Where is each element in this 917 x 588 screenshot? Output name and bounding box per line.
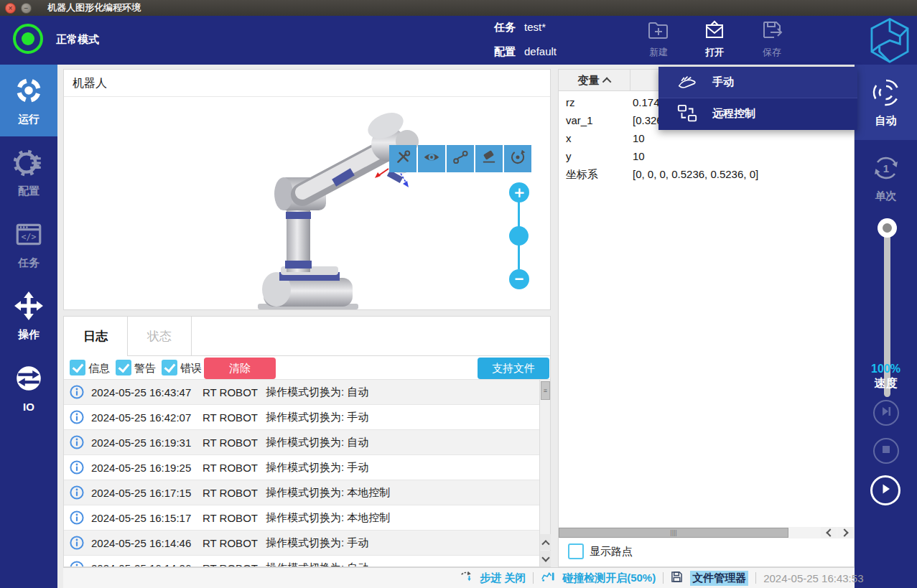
- variable-name: var_1: [566, 114, 593, 126]
- info-icon: [70, 485, 84, 500]
- log-row[interactable]: 2024-05-25 16:42:07 RT ROBOT 操作模式切换为: 手动: [64, 405, 539, 430]
- file-manager-icon: [671, 571, 683, 586]
- horizontal-scrollbar-thumb[interactable]: ||||: [559, 528, 788, 538]
- log-time: 2024-05-25 16:19:25: [91, 462, 203, 474]
- variables-header-cell[interactable]: 变量: [559, 70, 630, 91]
- log-row[interactable]: 2024-05-25 16:19:25 RT ROBOT 操作模式切换为: 手动: [64, 455, 539, 480]
- log-row[interactable]: 2024-05-25 16:14:46 RT ROBOT 操作模式切换为: 手动: [64, 531, 539, 556]
- error-checkbox[interactable]: [162, 360, 177, 375]
- path-button[interactable]: [447, 145, 474, 172]
- auto-mode-button[interactable]: 自动: [855, 65, 917, 140]
- eraser-icon: [479, 147, 499, 170]
- speed-slider-knob[interactable]: [878, 218, 897, 238]
- save-button[interactable]: 保存: [749, 19, 795, 63]
- log-source: RT ROBOT: [203, 537, 266, 549]
- variable-value: 10: [633, 150, 645, 162]
- hand-icon: [676, 72, 698, 93]
- scroll-right-button[interactable]: [837, 527, 853, 538]
- log-row[interactable]: 2024-05-25 16:14:26 RT ROBOT 操作模式切换为: 自动: [64, 556, 539, 566]
- close-window-icon[interactable]: ×: [5, 3, 16, 14]
- warning-checkbox-label: 警告: [134, 362, 156, 375]
- chevron-left-icon: [826, 528, 834, 536]
- log-message: 操作模式切换为: 本地控制: [266, 511, 539, 525]
- info-checkbox[interactable]: [70, 360, 85, 375]
- rotate-button[interactable]: [504, 145, 531, 172]
- play-icon: [878, 482, 893, 499]
- left-sidebar: 运行 配置 </> 任务: [0, 65, 57, 588]
- show-waypoints-checkbox[interactable]: [568, 543, 584, 559]
- stop-button[interactable]: [873, 438, 899, 464]
- step-mode-status[interactable]: 步进 关闭: [480, 571, 526, 585]
- log-row[interactable]: 2024-05-25 16:15:17 RT ROBOT 操作模式切换为: 本地…: [64, 505, 539, 531]
- log-row[interactable]: 2024-05-25 16:17:15 RT ROBOT 操作模式切换为: 本地…: [64, 480, 539, 505]
- log-message: 操作模式切换为: 手动: [266, 461, 539, 475]
- info-checkbox-label: 信息: [88, 362, 110, 375]
- variable-row[interactable]: y 10: [559, 148, 854, 166]
- open-button[interactable]: 打开: [692, 19, 737, 63]
- single-run-button[interactable]: 1 单次: [855, 140, 917, 215]
- zoom-out-button[interactable]: −: [509, 269, 529, 289]
- minimize-window-icon[interactable]: −: [21, 3, 32, 14]
- new-button[interactable]: 新建: [636, 19, 681, 63]
- log-row[interactable]: 2024-05-25 16:19:31 RT ROBOT 操作模式切换为: 自动: [64, 430, 539, 455]
- mode-dropdown-menu: 手动 远程控制: [658, 67, 857, 130]
- app-logo-icon: [867, 18, 912, 62]
- log-time: 2024-05-25 16:15:17: [91, 512, 203, 524]
- scroll-down-button[interactable]: [540, 551, 551, 566]
- sidebar-item-run[interactable]: 运行: [0, 65, 57, 136]
- robot-3d-viewport[interactable]: ＋ −: [64, 97, 550, 309]
- log-scrollbar-thumb[interactable]: ≡: [541, 381, 550, 400]
- tools-button[interactable]: [389, 145, 416, 172]
- sidebar-item-config[interactable]: 配置: [0, 136, 57, 208]
- clear-button[interactable]: 清除: [204, 358, 276, 379]
- info-icon: [70, 561, 84, 566]
- chevron-right-icon: [840, 528, 848, 536]
- tab-log[interactable]: 日志: [64, 317, 128, 356]
- sidebar-item-task[interactable]: </> 任务: [0, 208, 57, 280]
- log-scrollbar[interactable]: ≡: [539, 380, 550, 566]
- robot-panel-title: 机器人: [73, 76, 107, 91]
- sidebar-run-label: 运行: [18, 113, 39, 126]
- step-forward-button[interactable]: [873, 400, 899, 426]
- svg-text:</>: </>: [22, 231, 37, 241]
- log-message: 操作模式切换为: 自动: [266, 561, 539, 567]
- support-files-button[interactable]: 支持文件: [478, 358, 549, 379]
- log-row[interactable]: 2024-05-25 16:43:47 RT ROBOT 操作模式切换为: 自动: [64, 380, 539, 405]
- log-panel: 日志 状态 信息 警告 错误 清除 支持文件 2024-05-25 16:43:…: [63, 316, 551, 567]
- play-button[interactable]: [870, 475, 900, 505]
- gear-icon: [14, 147, 44, 180]
- warning-checkbox[interactable]: [116, 360, 131, 375]
- collision-status[interactable]: 碰撞检测开启(50%): [562, 571, 656, 585]
- remote-control-icon: [676, 103, 698, 125]
- rotate-icon: [508, 147, 528, 170]
- variable-name: rz: [566, 96, 575, 108]
- show-waypoints-row: 显示路点: [568, 543, 633, 559]
- variable-row[interactable]: x 10: [559, 130, 854, 148]
- menu-item-remote[interactable]: 远程控制: [658, 98, 857, 129]
- menu-item-manual[interactable]: 手动: [658, 67, 857, 98]
- log-time: 2024-05-25 16:14:46: [91, 537, 203, 549]
- task-value: test*: [524, 21, 546, 33]
- variable-row[interactable]: 坐标系 [0, 0, 0, 0.5236, 0.5236, 0]: [559, 166, 854, 184]
- eye-icon: [422, 147, 442, 170]
- visibility-button[interactable]: [418, 145, 445, 172]
- eraser-button[interactable]: [475, 145, 503, 172]
- zoom-slider-knob[interactable]: [509, 226, 529, 246]
- scroll-up-button[interactable]: [540, 534, 551, 550]
- divider: [533, 572, 534, 584]
- log-source: RT ROBOT: [203, 512, 266, 524]
- scroll-left-button[interactable]: [821, 527, 837, 538]
- sidebar-item-operate[interactable]: 操作: [0, 280, 57, 352]
- sidebar-item-io[interactable]: IO: [0, 352, 57, 424]
- file-manager-item[interactable]: 文件管理器: [690, 571, 748, 586]
- tab-status[interactable]: 状态: [128, 317, 192, 356]
- variable-name: x: [566, 132, 572, 144]
- show-waypoints-label: 显示路点: [590, 545, 633, 559]
- horizontal-scrollbar[interactable]: ||||: [559, 527, 854, 538]
- zoom-in-button[interactable]: ＋: [509, 182, 529, 202]
- log-time: 2024-05-25 16:43:47: [91, 386, 203, 398]
- new-file-icon: [647, 19, 670, 45]
- variable-name: 坐标系: [566, 168, 598, 182]
- log-source: RT ROBOT: [203, 562, 266, 567]
- robot-panel: 机器人: [63, 69, 551, 310]
